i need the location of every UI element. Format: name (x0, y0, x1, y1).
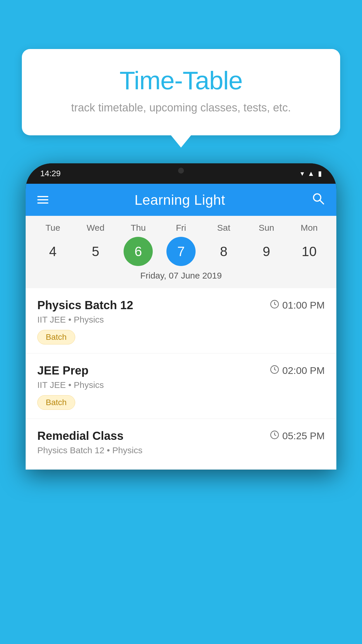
day-label-tue: Tue (38, 223, 67, 233)
class-sub-2: IIT JEE • Physics (37, 380, 325, 390)
batch-badge-1: Batch (37, 330, 75, 344)
class-sub-1: IIT JEE • Physics (37, 315, 325, 325)
class-name-2: JEE Prep (37, 364, 89, 377)
class-name-3: Remedial Class (37, 429, 124, 442)
batch-badge-2: Batch (37, 395, 75, 410)
day-10[interactable]: 10 (295, 237, 324, 266)
class-time-2: 02:00 PM (270, 365, 325, 377)
day-4[interactable]: 4 (38, 237, 67, 266)
day-label-fri: Fri (166, 223, 196, 233)
class-item-2[interactable]: JEE Prep 02:00 PM IIT JEE • Physics Batc… (26, 354, 336, 419)
menu-line-1 (37, 196, 48, 197)
time-text-2: 02:00 PM (282, 365, 325, 376)
wifi-icon: ▾ (301, 169, 304, 178)
clock-icon-2 (270, 365, 279, 377)
phone-container: 14:29 ▾ ▲ ▮ Learning Light (26, 163, 336, 644)
class-sub-3: Physics Batch 12 • Physics (37, 445, 325, 455)
menu-line-2 (37, 199, 48, 200)
tooltip-subtitle: track timetable, upcoming classes, tests… (39, 101, 323, 115)
clock-icon-3 (270, 430, 279, 442)
day-label-wed: Wed (81, 223, 110, 233)
status-icons: ▾ ▲ ▮ (301, 169, 322, 178)
day-label-sun: Sun (252, 223, 281, 233)
phone-notch (158, 163, 204, 178)
day-6-today[interactable]: 6 (124, 237, 153, 266)
days-header: Tue Wed Thu Fri Sat Sun Mon (26, 223, 336, 233)
app-title: Learning Light (134, 192, 225, 208)
day-9[interactable]: 9 (252, 237, 281, 266)
phone-frame: 14:29 ▾ ▲ ▮ Learning Light (26, 163, 336, 470)
class-name-1: Physics Batch 12 (37, 299, 133, 312)
svg-line-1 (320, 200, 324, 204)
camera-dot (178, 168, 184, 174)
app-header: Learning Light (26, 184, 336, 216)
battery-icon: ▮ (318, 169, 322, 178)
search-button[interactable] (311, 192, 325, 208)
class-item-1[interactable]: Physics Batch 12 01:00 PM IIT JEE • Phys… (26, 288, 336, 354)
selected-date: Friday, 07 June 2019 (26, 271, 336, 285)
menu-line-3 (37, 202, 48, 204)
time-text-1: 01:00 PM (282, 300, 325, 311)
calendar-strip: Tue Wed Thu Fri Sat Sun Mon 4 5 6 7 8 9 … (26, 216, 336, 288)
signal-icon: ▲ (307, 169, 314, 178)
tooltip-title: Time-Table (39, 66, 323, 95)
status-time: 14:29 (40, 169, 61, 178)
day-8[interactable]: 8 (209, 237, 238, 266)
day-label-thu: Thu (124, 223, 153, 233)
days-numbers: 4 5 6 7 8 9 10 (26, 237, 336, 266)
class-time-1: 01:00 PM (270, 300, 325, 311)
class-item-header-1: Physics Batch 12 01:00 PM (37, 299, 325, 312)
tooltip-card: Time-Table track timetable, upcoming cla… (22, 49, 340, 135)
class-item-header-2: JEE Prep 02:00 PM (37, 364, 325, 377)
class-time-3: 05:25 PM (270, 430, 325, 442)
day-label-mon: Mon (295, 223, 324, 233)
clock-icon-1 (270, 300, 279, 311)
classes-list: Physics Batch 12 01:00 PM IIT JEE • Phys… (26, 288, 336, 470)
day-7-selected[interactable]: 7 (166, 237, 196, 266)
class-item-header-3: Remedial Class 05:25 PM (37, 429, 325, 442)
status-bar: 14:29 ▾ ▲ ▮ (26, 163, 336, 184)
time-text-3: 05:25 PM (282, 430, 325, 442)
day-5[interactable]: 5 (81, 237, 110, 266)
class-item-3[interactable]: Remedial Class 05:25 PM Physics Batch 12… (26, 419, 336, 470)
day-label-sat: Sat (209, 223, 238, 233)
menu-button[interactable] (37, 196, 48, 204)
